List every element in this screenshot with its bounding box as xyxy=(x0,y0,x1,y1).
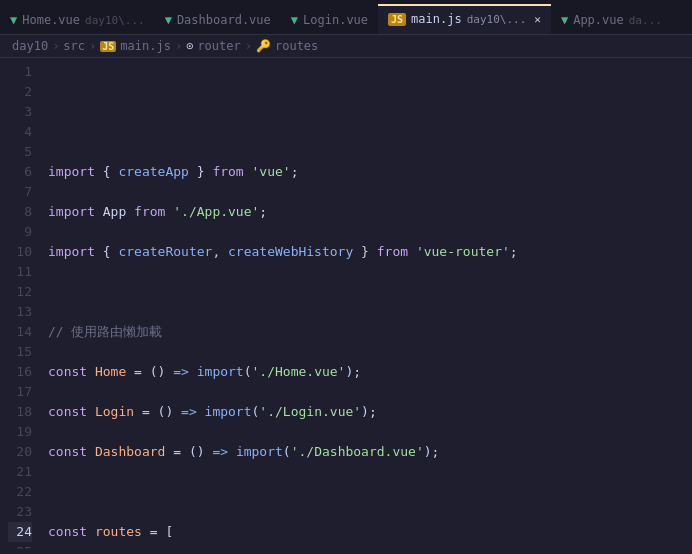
tab-label: Dashboard.vue xyxy=(177,13,271,27)
breadcrumb-part: router xyxy=(197,39,240,53)
vue-icon: ▼ xyxy=(10,13,17,27)
tab-bar: ▼ Home.vue day10\... ▼ Dashboard.vue ▼ L… xyxy=(0,0,692,35)
close-icon[interactable]: ✕ xyxy=(534,13,541,26)
tab-subtitle: da... xyxy=(629,14,662,27)
code-line-4: import App from './App.vue'; xyxy=(48,202,684,222)
breadcrumb-part: src xyxy=(63,39,85,53)
code-line-1 xyxy=(48,82,684,102)
breadcrumb: day10 › src › JS main.js › ⊙ router › 🔑 … xyxy=(0,35,692,58)
tab-app-vue[interactable]: ▼ App.vue da... xyxy=(551,4,672,34)
code-line-6 xyxy=(48,282,684,302)
code-line-8: const Home = () => import('./Home.vue'); xyxy=(48,362,684,382)
vue-icon: ▼ xyxy=(561,13,568,27)
code-line-12: const routes = [ xyxy=(48,522,684,542)
code-line-5: import { createRouter, createWebHistory … xyxy=(48,242,684,262)
breadcrumb-sep: › xyxy=(52,39,59,53)
tab-login-vue[interactable]: ▼ Login.vue xyxy=(281,4,378,34)
line-numbers: 1 2 3 4 5 6 7 8 9 10 11 12 13 14 15 16 1… xyxy=(0,58,40,549)
tab-label: App.vue xyxy=(573,13,624,27)
tab-label: main.js xyxy=(411,12,462,26)
js-icon: JS xyxy=(388,13,406,26)
breadcrumb-part: 🔑 xyxy=(256,39,271,53)
breadcrumb-sep: › xyxy=(245,39,252,53)
code-line-3: import { createApp } from 'vue'; xyxy=(48,162,684,182)
tab-subtitle: day10\... xyxy=(467,13,527,26)
tab-label: Login.vue xyxy=(303,13,368,27)
code-line-10: const Dashboard = () => import('./Dashbo… xyxy=(48,442,684,462)
breadcrumb-sep: › xyxy=(175,39,182,53)
code-line-11 xyxy=(48,482,684,502)
code-content[interactable]: import { createApp } from 'vue'; import … xyxy=(40,58,692,549)
breadcrumb-part: routes xyxy=(275,39,318,53)
tab-home-vue[interactable]: ▼ Home.vue day10\... xyxy=(0,4,155,34)
breadcrumb-part: main.js xyxy=(120,39,171,53)
breadcrumb-part: ⊙ xyxy=(186,39,193,53)
editor-area: 1 2 3 4 5 6 7 8 9 10 11 12 13 14 15 16 1… xyxy=(0,58,692,549)
breadcrumb-sep: › xyxy=(89,39,96,53)
vue-icon: ▼ xyxy=(165,13,172,27)
tab-main-js[interactable]: JS main.js day10\... ✕ xyxy=(378,4,551,34)
tab-label: Home.vue xyxy=(22,13,80,27)
code-line-9: const Login = () => import('./Login.vue'… xyxy=(48,402,684,422)
code-line-7: // 使用路由懶加載 xyxy=(48,322,684,342)
vue-icon: ▼ xyxy=(291,13,298,27)
code-line-2 xyxy=(48,122,684,142)
tab-subtitle: day10\... xyxy=(85,14,145,27)
js-crumb-icon: JS xyxy=(100,41,116,52)
breadcrumb-part: day10 xyxy=(12,39,48,53)
tab-dashboard-vue[interactable]: ▼ Dashboard.vue xyxy=(155,4,281,34)
